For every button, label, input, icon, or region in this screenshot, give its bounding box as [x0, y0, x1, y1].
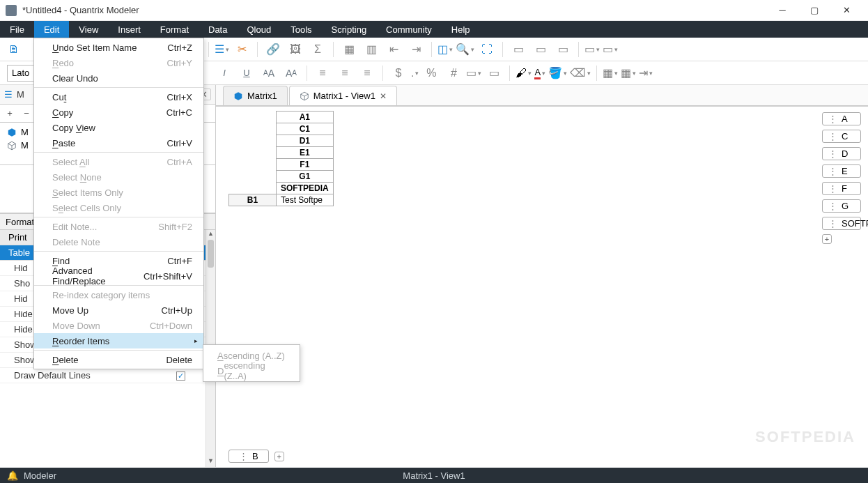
misc1-icon[interactable]: ▭	[509, 40, 528, 59]
watermark: SOFTPEDIA	[755, 428, 855, 446]
edit-menu-item-advanced-find-replace[interactable]: Advanced Find/ReplaceCtrl+Shift+V	[34, 268, 203, 284]
edit-menu-item-move-up[interactable]: Move UpCtrl+Up	[34, 302, 203, 318]
edit-menu-item-select-none: Select None	[34, 169, 203, 185]
hash-icon[interactable]: #	[444, 63, 463, 83]
close-button[interactable]: ✕	[830, 0, 862, 21]
status-left: Modeler	[24, 470, 56, 481]
font-grow-icon[interactable]: AA	[259, 63, 279, 83]
edit-menu-item-cut[interactable]: CutCtrl+X	[34, 89, 203, 105]
layout4-icon[interactable]: ⇥	[406, 40, 426, 59]
window-layout-icon[interactable]: ◫▾	[437, 44, 453, 55]
decimal-icon[interactable]: .▾	[411, 68, 419, 79]
reorder-items-submenu: Ascending (A..Z)Descending (Z..A)	[203, 344, 300, 382]
notifications-icon[interactable]: 🔔	[7, 470, 18, 481]
numfmt-icon[interactable]: ▭▾	[466, 68, 481, 79]
category-handle-b[interactable]: ⋮B	[228, 450, 269, 463]
eraser-icon[interactable]: ⌫▾	[570, 68, 591, 79]
fullscreen-icon[interactable]: ⛶	[477, 40, 497, 59]
tab-matrix1[interactable]: Matrix1	[223, 86, 288, 105]
border-icon[interactable]: ▦▾	[603, 68, 618, 79]
maximize-button[interactable]: ▢	[798, 0, 830, 21]
sigma-icon[interactable]: Σ	[308, 40, 327, 59]
edit-menu-item-paste[interactable]: PasteCtrl+V	[34, 135, 203, 151]
category-handle[interactable]: ⋮E	[822, 164, 861, 178]
menu-scripting[interactable]: Scripting	[322, 21, 377, 38]
minimize-button[interactable]: ─	[766, 0, 798, 21]
menu-data[interactable]: Data	[199, 21, 237, 38]
menu-help[interactable]: Help	[442, 21, 480, 38]
menu-qloud[interactable]: Qloud	[237, 21, 281, 38]
align-right-icon[interactable]: ≡	[357, 63, 377, 83]
numfmt2-icon[interactable]: ▭	[484, 63, 504, 83]
misc5-icon[interactable]: ▭▾	[603, 44, 618, 55]
align-left-icon[interactable]: ≡	[313, 63, 332, 83]
font-shrink-icon[interactable]: AA	[281, 63, 301, 83]
edit-menu-item-copy[interactable]: CopyCtrl+C	[34, 105, 203, 120]
left-panel-tab-label: M	[17, 89, 24, 100]
image-icon[interactable]: 🖼	[286, 40, 305, 59]
layout-icon[interactable]: ▦	[339, 40, 359, 59]
edit-menu-item-reorder-items[interactable]: Reorder Items▸	[34, 333, 203, 348]
italic-icon[interactable]: I	[215, 63, 234, 83]
brush-icon[interactable]: 🖌▾	[516, 68, 532, 79]
underline-icon[interactable]: U	[237, 63, 256, 83]
edit-menu-dropdown: Undo Set Item NameCtrl+ZRedoCtrl+YClear …	[33, 38, 204, 369]
tree-add-button[interactable]: +	[4, 108, 15, 118]
new-doc-icon[interactable]: 🗎	[4, 40, 24, 59]
link-icon[interactable]: 🔗	[263, 40, 283, 59]
edit-menu-item-move-down: Move DownCtrl+Down	[34, 318, 203, 333]
format-row[interactable]: Draw Default Lines✓	[0, 368, 215, 383]
menu-view[interactable]: View	[69, 21, 108, 38]
edit-menu-item-delete-note: Delete Note	[34, 234, 203, 250]
align-center-icon[interactable]: ≡	[335, 63, 355, 83]
menu-bar: FileEditViewInsertFormatDataQloudToolsSc…	[0, 21, 868, 38]
window-title: *Untitled4 - Quantrix Modeler	[22, 5, 766, 15]
status-center: Matrix1 - View1	[403, 470, 465, 481]
main-area: Matrix1Matrix1 - View1✕ A1C1D1E1F1G1SOFT…	[216, 85, 868, 467]
category-handle[interactable]: ⋮C	[822, 130, 861, 143]
menu-file[interactable]: File	[0, 21, 34, 38]
reorder-submenu-item[interactable]: Descending (Z..A)	[203, 363, 300, 378]
list-icon[interactable]: ☰▾	[215, 44, 229, 55]
edit-menu-item-copy-view[interactable]: Copy View	[34, 120, 203, 135]
font-color-icon[interactable]: A▾	[534, 67, 545, 79]
tree-remove-button[interactable]: −	[21, 108, 32, 118]
category-handle[interactable]: ⋮F	[822, 182, 861, 195]
category-handle[interactable]: ⋮D	[822, 147, 861, 160]
category-handle[interactable]: ⋮G	[822, 199, 861, 213]
edit-menu-item-clear-undo[interactable]: Clear Undo	[34, 70, 203, 86]
edit-menu-item-undo-set-item-name[interactable]: Undo Set Item NameCtrl+Z	[34, 40, 203, 55]
menu-edit[interactable]: Edit	[34, 21, 69, 38]
menu-tools[interactable]: Tools	[281, 21, 321, 38]
menu-format[interactable]: Format	[150, 21, 199, 38]
misc4-icon[interactable]: ▭▾	[584, 44, 600, 55]
indent-icon[interactable]: ⇥▾	[639, 68, 653, 79]
add-category-button[interactable]: +	[822, 234, 832, 244]
tools-icon[interactable]: ✂	[232, 40, 251, 59]
percent-icon[interactable]: %	[421, 63, 441, 83]
edit-menu-item-delete[interactable]: DeleteDelete	[34, 352, 203, 367]
fill-color-icon[interactable]: 🪣▾	[548, 68, 567, 79]
misc2-icon[interactable]: ▭	[531, 40, 550, 59]
menu-insert[interactable]: Insert	[108, 21, 150, 38]
app-icon	[6, 5, 17, 16]
edit-menu-item-edit-note-: Edit Note...Shift+F2	[34, 219, 203, 234]
title-bar: *Untitled4 - Quantrix Modeler ─ ▢ ✕	[0, 0, 868, 21]
matrix-table[interactable]: A1C1D1E1F1G1SOFTPEDIAB1Test Softpe	[228, 111, 334, 206]
layout2-icon[interactable]: ▥	[362, 40, 381, 59]
tab-matrix1-view1[interactable]: Matrix1 - View1✕	[289, 86, 397, 105]
layout3-icon[interactable]: ⇤	[384, 40, 403, 59]
matrix-canvas[interactable]: A1C1D1E1F1G1SOFTPEDIAB1Test Softpe ⋮A⋮C⋮…	[216, 106, 868, 467]
border2-icon[interactable]: ▦▾	[621, 68, 636, 79]
tab-close-icon[interactable]: ✕	[380, 91, 387, 101]
misc3-icon[interactable]: ▭	[553, 40, 573, 59]
menu-community[interactable]: Community	[376, 21, 442, 38]
add-category-button[interactable]: +	[274, 452, 284, 461]
zoom-icon[interactable]: 🔍▾	[456, 44, 474, 55]
category-handle[interactable]: ⋮SOFTPEDIA	[822, 217, 861, 230]
edit-menu-item-re-index-category-items: Re-index category items	[34, 287, 203, 302]
currency-icon[interactable]: $	[389, 63, 408, 83]
right-category-handles: ⋮A⋮C⋮D⋮E⋮F⋮G⋮SOFTPEDIA+	[822, 112, 861, 244]
edit-menu-item-select-items-only: Select Items Only	[34, 185, 203, 200]
category-handle[interactable]: ⋮A	[822, 112, 861, 125]
